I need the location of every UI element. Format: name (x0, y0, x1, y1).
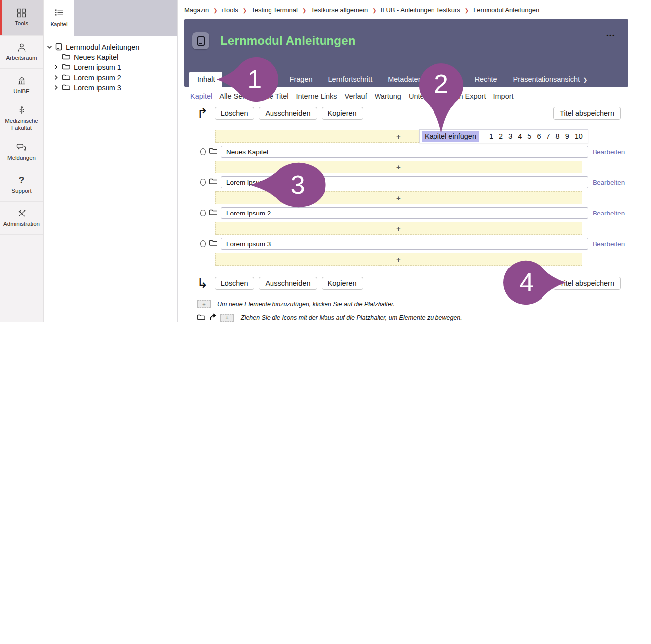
edit-link[interactable]: Bearbeiten (593, 240, 625, 248)
tree-item-label[interactable]: Lorem ipsum 2 (74, 74, 121, 82)
copy-button[interactable]: Kopieren (322, 277, 363, 290)
insert-count-option[interactable]: 1 (489, 132, 493, 140)
row-checkbox[interactable] (200, 148, 206, 155)
row-checkbox[interactable] (200, 179, 206, 186)
subtab-kapitel[interactable]: Kapitel (190, 92, 212, 100)
mainbar-item-tools[interactable]: Tools (0, 0, 43, 36)
tab-inhalt[interactable]: Inhalt (189, 72, 222, 87)
mainbar-item-label: Support (10, 188, 33, 194)
tree-item[interactable]: Lorem ipsum 1 (44, 62, 177, 73)
chapter-title-input[interactable] (221, 176, 588, 188)
delete-button[interactable]: Löschen (215, 277, 255, 290)
drop-placeholder[interactable]: + (215, 161, 582, 173)
row-checkbox[interactable] (200, 240, 206, 247)
insert-count-option[interactable]: 8 (556, 132, 560, 140)
tab-metadaten[interactable]: Metadaten (380, 72, 430, 87)
breadcrumb-link[interactable]: ILUB - Anleitungen Testkurs (381, 6, 460, 14)
folder-icon[interactable] (209, 239, 217, 248)
insert-count-option[interactable]: 6 (537, 132, 541, 140)
tab-kapitel-panel[interactable]: Kapitel (44, 0, 74, 36)
edit-link[interactable]: Bearbeiten (593, 179, 625, 186)
insert-count-option[interactable]: 9 (565, 132, 569, 140)
breadcrumb-link[interactable]: Testkurse allgemein (311, 6, 368, 14)
tree-item[interactable]: Lorem ipsum 2 (44, 73, 177, 83)
subtab-alle-seiten[interactable]: Alle Seiten (219, 92, 254, 100)
copy-button[interactable]: Kopieren (322, 107, 363, 120)
subtab-verlauf[interactable]: Verlauf (345, 92, 367, 100)
folder-icon[interactable] (209, 147, 217, 156)
drop-placeholder[interactable]: + (215, 222, 582, 235)
mainbar-item-administration[interactable]: Administration (0, 202, 43, 235)
university-icon (16, 76, 27, 86)
chapter-title-input[interactable] (221, 146, 588, 158)
subtab-interne-links[interactable]: Interne Links (296, 92, 337, 100)
breadcrumb-link[interactable]: iTools (222, 6, 238, 14)
subtab-wartung[interactable]: Wartung (375, 92, 401, 100)
mainbar-item-arbeitsraum[interactable]: Arbeitsraum (0, 36, 43, 69)
insert-count-option[interactable]: 4 (518, 132, 522, 140)
tab-fragen[interactable]: Fragen (282, 72, 321, 87)
tree-item-label[interactable]: Neues Kapitel (74, 54, 118, 61)
chapter-panel: Kapitel Lernmodul Anleitungen Neues Kapi… (44, 0, 178, 322)
subtab-untertitel-medien[interactable]: Untertitel Medien Export (409, 92, 486, 100)
tree-item[interactable]: Neues Kapitel (44, 53, 177, 63)
chevron-right-icon[interactable] (54, 74, 59, 82)
delete-button[interactable]: Löschen (215, 107, 255, 120)
placeholder-plus-icon: + (197, 300, 211, 308)
edit-link[interactable]: Bearbeiten (593, 210, 625, 217)
tree-item[interactable]: Lorem ipsum 3 (44, 83, 177, 93)
chapter-row: Bearbeiten (200, 207, 628, 219)
folder-icon (62, 84, 70, 92)
chevron-down-icon[interactable] (47, 43, 52, 51)
breadcrumb-link[interactable]: Magazin (184, 6, 209, 14)
mainbar-item-support[interactable]: ? Support (0, 168, 43, 202)
cut-button[interactable]: Ausschneiden (259, 107, 317, 120)
folder-icon (62, 74, 70, 82)
plus-icon: + (396, 224, 401, 233)
mainbar-item-meldungen[interactable]: Meldungen (0, 135, 43, 168)
cut-button[interactable]: Ausschneiden (259, 277, 317, 290)
insert-count-option[interactable]: 7 (546, 132, 550, 140)
insert-count-option[interactable]: 5 (527, 132, 531, 140)
mainbar-item-label: Arbeitsraum (5, 55, 39, 61)
insert-count-option[interactable]: 2 (499, 132, 503, 140)
question-icon: ? (16, 175, 27, 185)
insert-count-option[interactable]: 10 (575, 132, 583, 140)
insert-chapter-label[interactable]: Kapitel einfügen (422, 131, 479, 142)
tab-rechte[interactable]: Rechte (467, 72, 505, 87)
object-header: Lernmodul Anleitungen ••• Inhalt Einstel… (184, 19, 628, 87)
tab-praesentationsansicht[interactable]: Präsentationsansicht❯ (505, 72, 596, 87)
tab-lernfortschritt[interactable]: Lernfortschritt (321, 72, 380, 87)
insert-count-option[interactable]: 3 (508, 132, 512, 140)
tree-item-label[interactable]: Lorem ipsum 3 (74, 84, 121, 92)
tab-export[interactable]: Export (430, 72, 467, 87)
tab-einstellungen[interactable]: Einstellungen (222, 72, 281, 87)
tree-item-label[interactable]: Lernmodul Anleitungen (66, 43, 139, 51)
mainbar: Tools Arbeitsraum UniBE Medizinische Fak… (0, 0, 44, 322)
main-content: Magazin ❯ iTools ❯ Testing Terminal ❯ Te… (184, 0, 628, 327)
save-titles-button[interactable]: Titel abspeichern (553, 277, 621, 290)
mainbar-item-unibe[interactable]: UniBE (0, 69, 43, 102)
tree-item-label[interactable]: Lorem ipsum 1 (74, 63, 121, 71)
subtab-alle-titel[interactable]: Alle Titel (262, 92, 289, 100)
row-checkbox[interactable] (200, 210, 206, 216)
actions-ellipsis-icon[interactable]: ••• (606, 32, 615, 38)
insert-chapter-menu: Kapitel einfügen 1 2 3 4 5 6 7 8 9 10 (419, 129, 588, 143)
folder-icon[interactable] (209, 209, 217, 217)
chevron-right-icon[interactable] (54, 84, 59, 92)
breadcrumb-link[interactable]: Testing Terminal (251, 6, 298, 14)
chapter-title-input[interactable] (221, 238, 588, 250)
drop-placeholder[interactable]: + (215, 253, 582, 266)
drop-placeholder[interactable]: + (215, 191, 582, 204)
mainbar-item-medizinische-fakultaet[interactable]: Medizinische Fakultät (0, 102, 43, 135)
chevron-right-icon[interactable] (54, 63, 59, 71)
subtab-import[interactable]: Import (493, 92, 513, 100)
chapter-tree: Lernmodul Anleitungen Neues Kapitel Lore… (44, 36, 177, 93)
folder-icon[interactable] (209, 178, 217, 187)
drop-placeholder[interactable]: + Kapitel einfügen 1 2 3 4 5 6 7 8 9 10 (215, 130, 582, 143)
edit-link[interactable]: Bearbeiten (593, 148, 625, 156)
chapter-title-input[interactable] (221, 207, 588, 219)
save-titles-button[interactable]: Titel abspeichern (553, 107, 621, 120)
tree-item-root[interactable]: Lernmodul Anleitungen (44, 42, 177, 53)
help-text: Um neue Elemente hinzuzufügen, klicken S… (217, 301, 395, 308)
